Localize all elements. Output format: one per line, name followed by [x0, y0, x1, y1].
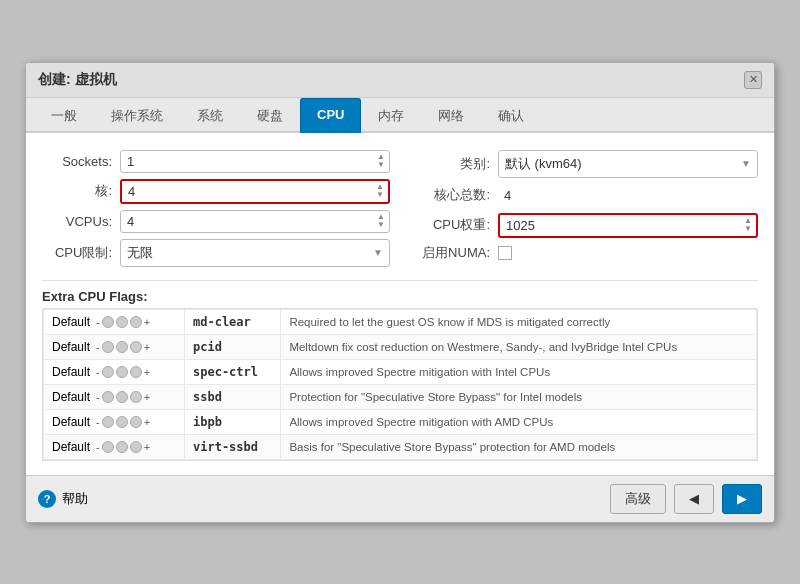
- vcpus-down-arrow[interactable]: ▼: [377, 221, 385, 229]
- flag-row: Default-+spec-ctrlAllows improved Spectr…: [44, 359, 757, 384]
- sockets-spinner[interactable]: ▲ ▼: [377, 153, 385, 169]
- tab-memory[interactable]: 内存: [361, 98, 421, 133]
- flag-circle: [116, 316, 128, 328]
- flag-minus-button[interactable]: -: [96, 416, 100, 428]
- tab-os[interactable]: 操作系统: [94, 98, 180, 133]
- tab-cpu[interactable]: CPU: [300, 98, 361, 133]
- flag-plus-button[interactable]: +: [144, 316, 150, 328]
- flag-circle: [102, 366, 114, 378]
- cpu-limit-row: CPU限制: 无限 ▼: [42, 236, 390, 270]
- cores-label: 核:: [42, 182, 112, 200]
- flag-name-cell: pcid: [185, 334, 281, 359]
- flag-toggle-cell: Default-+: [44, 434, 185, 459]
- flag-circle: [116, 441, 128, 453]
- flag-minus-button[interactable]: -: [96, 316, 100, 328]
- cpu-weight-down-arrow[interactable]: ▼: [744, 225, 752, 233]
- flag-toggle[interactable]: Default-+: [52, 390, 176, 404]
- flag-circle: [102, 391, 114, 403]
- category-value: 默认 (kvm64): [505, 155, 741, 173]
- flag-plus-button[interactable]: +: [144, 391, 150, 403]
- advanced-button[interactable]: 高级: [610, 484, 666, 514]
- cpu-weight-label: CPU权重:: [410, 216, 490, 234]
- flag-toggle[interactable]: Default-+: [52, 365, 176, 379]
- flag-circle: [102, 316, 114, 328]
- flag-circle: [130, 341, 142, 353]
- cpu-weight-spinner[interactable]: ▲ ▼: [744, 217, 752, 233]
- flags-table: Default-+md-clearRequired to let the gue…: [43, 309, 757, 460]
- flag-description-cell: Meltdown fix cost reduction on Westmere,…: [281, 334, 757, 359]
- flag-circles: [102, 441, 142, 453]
- flag-plus-button[interactable]: +: [144, 366, 150, 378]
- prev-button[interactable]: ◀: [674, 484, 714, 514]
- vcpus-spinner[interactable]: ▲ ▼: [377, 213, 385, 229]
- flag-circle: [130, 316, 142, 328]
- close-button[interactable]: ✕: [744, 71, 762, 89]
- tab-disk[interactable]: 硬盘: [240, 98, 300, 133]
- flag-row: Default-+pcidMeltdown fix cost reduction…: [44, 334, 757, 359]
- flag-toggle[interactable]: Default-+: [52, 315, 176, 329]
- cores-down-arrow[interactable]: ▼: [376, 191, 384, 199]
- flag-description-cell: Allows improved Spectre mitigation with …: [281, 359, 757, 384]
- cpu-weight-input[interactable]: 1025 ▲ ▼: [498, 213, 758, 238]
- flag-name-cell: ssbd: [185, 384, 281, 409]
- flag-plus-button[interactable]: +: [144, 416, 150, 428]
- cpu-limit-select[interactable]: 无限 ▼: [120, 239, 390, 267]
- flag-description-cell: Allows improved Spectre mitigation with …: [281, 409, 757, 434]
- flag-circle: [102, 416, 114, 428]
- help-label[interactable]: 帮助: [62, 490, 88, 508]
- flag-default-label: Default: [52, 415, 90, 429]
- total-cores-value: 4: [498, 184, 517, 207]
- tab-system[interactable]: 系统: [180, 98, 240, 133]
- category-dropdown-icon: ▼: [741, 158, 751, 169]
- flag-toggle-cell: Default-+: [44, 359, 185, 384]
- flag-toggle[interactable]: Default-+: [52, 440, 176, 454]
- flag-default-label: Default: [52, 365, 90, 379]
- tab-network[interactable]: 网络: [421, 98, 481, 133]
- sockets-down-arrow[interactable]: ▼: [377, 161, 385, 169]
- flag-toggle[interactable]: Default-+: [52, 340, 176, 354]
- flag-default-label: Default: [52, 315, 90, 329]
- flag-description-cell: Protection for "Speculative Store Bypass…: [281, 384, 757, 409]
- cpu-weight-value: 1025: [506, 215, 740, 236]
- flag-circle: [116, 391, 128, 403]
- numa-checkbox[interactable]: [498, 246, 512, 260]
- cpu-limit-label: CPU限制:: [42, 244, 112, 262]
- flag-default-label: Default: [52, 440, 90, 454]
- flag-plus-button[interactable]: +: [144, 341, 150, 353]
- dialog-footer: ? 帮助 高级 ◀ ▶: [26, 475, 774, 522]
- category-row: 类别: 默认 (kvm64) ▼: [410, 147, 758, 181]
- total-cores-row: 核心总数: 4: [410, 181, 758, 210]
- cores-spinner[interactable]: ▲ ▼: [376, 183, 384, 199]
- flag-minus-button[interactable]: -: [96, 366, 100, 378]
- titlebar: 创建: 虚拟机 ✕: [26, 63, 774, 98]
- flag-minus-button[interactable]: -: [96, 391, 100, 403]
- flag-circle: [116, 366, 128, 378]
- cpu-form-grid: Sockets: 1 ▲ ▼ 核: 4 ▲: [42, 147, 758, 270]
- divider: [42, 280, 758, 281]
- flag-toggle-cell: Default-+: [44, 309, 185, 334]
- form-col-right: 类别: 默认 (kvm64) ▼ 核心总数: 4 CPU权重: 1025: [410, 147, 758, 270]
- sockets-row: Sockets: 1 ▲ ▼: [42, 147, 390, 176]
- cores-row: 核: 4 ▲ ▼: [42, 176, 390, 207]
- flag-plus-button[interactable]: +: [144, 441, 150, 453]
- main-dialog: 创建: 虚拟机 ✕ 一般 操作系统 系统 硬盘 CPU 内存 网络 确认 Soc…: [25, 62, 775, 523]
- flag-row: Default-+ssbdProtection for "Speculative…: [44, 384, 757, 409]
- flag-minus-button[interactable]: -: [96, 341, 100, 353]
- tab-bar: 一般 操作系统 系统 硬盘 CPU 内存 网络 确认: [26, 98, 774, 133]
- tab-general[interactable]: 一般: [34, 98, 94, 133]
- flag-toggle-cell: Default-+: [44, 334, 185, 359]
- flags-scroll-container[interactable]: Default-+md-clearRequired to let the gue…: [42, 308, 758, 461]
- flag-row: Default-+md-clearRequired to let the gue…: [44, 309, 757, 334]
- cpu-limit-dropdown-icon: ▼: [373, 247, 383, 258]
- flag-toggle[interactable]: Default-+: [52, 415, 176, 429]
- category-select[interactable]: 默认 (kvm64) ▼: [498, 150, 758, 178]
- vcpus-input[interactable]: 4 ▲ ▼: [120, 210, 390, 233]
- cores-input[interactable]: 4 ▲ ▼: [120, 179, 390, 204]
- flag-circles: [102, 366, 142, 378]
- flag-minus-button[interactable]: -: [96, 441, 100, 453]
- help-icon[interactable]: ?: [38, 490, 56, 508]
- flag-default-label: Default: [52, 340, 90, 354]
- sockets-input[interactable]: 1 ▲ ▼: [120, 150, 390, 173]
- next-button[interactable]: ▶: [722, 484, 762, 514]
- tab-confirm[interactable]: 确认: [481, 98, 541, 133]
